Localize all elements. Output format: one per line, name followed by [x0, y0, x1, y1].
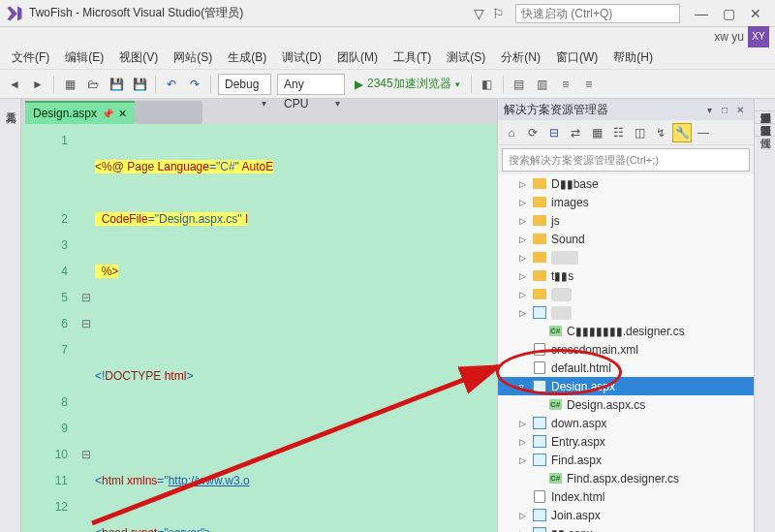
new-icon[interactable]: ▦ — [59, 74, 80, 95]
wrench-icon[interactable]: 🔧 — [672, 123, 692, 142]
nest-icon[interactable]: ↯ — [651, 123, 670, 142]
sync-icon[interactable]: ⇄ — [566, 123, 585, 142]
save-icon[interactable]: 💾 — [106, 74, 127, 95]
tree-item[interactable]: C#C▮▮▮▮▮▮▮.designer.cs — [498, 322, 754, 340]
tab-other[interactable]: ▮▮▮▮ — [135, 101, 202, 124]
tree-item[interactable]: ▷Find.aspx — [498, 451, 754, 469]
open-icon[interactable]: 🗁 — [82, 74, 104, 95]
tab-design-aspx[interactable]: Design.aspx 📌 ✕ — [25, 101, 135, 124]
solution-search-input[interactable]: 搜索解决方案资源管理器(Ctrl+;) — [502, 148, 750, 172]
menu-edit[interactable]: 编辑(E) — [57, 49, 111, 66]
expand-icon[interactable]: ▷ — [519, 455, 531, 465]
redo-icon[interactable]: ↷ — [184, 74, 205, 95]
tree-item[interactable]: ▷images — [498, 193, 754, 211]
home-icon[interactable]: ⌂ — [502, 123, 521, 142]
strip-solution-explorer[interactable]: 解决方案资源管理器 — [755, 99, 775, 111]
tree-item[interactable]: ▷▮▮▮ — [498, 303, 754, 322]
preview-icon[interactable]: ◫ — [630, 123, 649, 142]
menu-tools[interactable]: 工具(T) — [386, 49, 439, 66]
expand-icon[interactable]: ▷ — [519, 216, 531, 226]
show-all-icon[interactable]: ▦ — [587, 123, 606, 142]
run-button[interactable]: ▶2345加速浏览器▾ — [349, 74, 466, 95]
expand-icon[interactable]: ▷ — [519, 179, 531, 189]
tool-c-icon[interactable]: ▥ — [532, 74, 553, 95]
quick-launch-input[interactable] — [515, 4, 680, 23]
menu-team[interactable]: 团队(M) — [329, 49, 386, 66]
maximize-button[interactable]: ▢ — [715, 3, 742, 24]
tree-item[interactable]: ▷▮▮▮▮ — [498, 248, 754, 266]
solution-explorer-title[interactable]: 解决方案资源管理器 ▾ □ ✕ — [498, 99, 754, 120]
tree-item[interactable]: ▿Design.aspx — [498, 377, 754, 395]
notification-icon[interactable]: ▽ — [469, 6, 488, 21]
tool-d-icon[interactable]: ≡ — [555, 74, 576, 95]
tree-item[interactable]: ▷t▮▮s — [498, 266, 754, 285]
tree-item[interactable]: ▷down.aspx — [498, 414, 754, 432]
expand-icon[interactable]: ▷ — [519, 529, 531, 533]
toolbox-strip[interactable]: 工具箱 — [0, 99, 21, 532]
tool-b-icon[interactable]: ▤ — [509, 74, 530, 95]
fold-gutter[interactable]: ⊟⊟⊟ — [79, 124, 93, 532]
expand-icon[interactable]: ▷ — [519, 437, 531, 447]
expand-icon[interactable]: ▷ — [519, 253, 531, 263]
tree-item[interactable]: ▷▮▮▮ — [498, 285, 754, 303]
menu-debug[interactable]: 调试(D) — [274, 49, 329, 66]
tree-item[interactable]: ▷Sound — [498, 230, 754, 248]
expand-icon[interactable]: ▷ — [519, 198, 531, 207]
solution-tree[interactable]: ▷D▮▮base▷images▷js▷Sound▷▮▮▮▮▷t▮▮s▷▮▮▮▷▮… — [498, 174, 754, 532]
expand-icon[interactable]: ▷ — [519, 290, 531, 299]
minus-icon[interactable]: — — [694, 123, 713, 142]
tree-item-label: down.aspx — [551, 417, 606, 430]
undo-icon[interactable]: ↶ — [161, 74, 182, 95]
tree-item[interactable]: ▷▮▮.aspx — [498, 524, 754, 532]
expand-icon[interactable]: ▿ — [519, 382, 531, 391]
user-avatar[interactable]: XY — [748, 26, 769, 47]
collapse-icon[interactable]: ⊟ — [544, 123, 564, 142]
platform-dropdown[interactable]: Any CPU — [277, 74, 345, 95]
save-all-icon[interactable]: 💾 — [129, 74, 150, 95]
menu-website[interactable]: 网站(S) — [166, 49, 220, 66]
expand-icon[interactable]: ▷ — [519, 235, 531, 244]
expand-icon[interactable]: ▷ — [519, 419, 531, 428]
panel-title: 解决方案资源管理器 — [504, 102, 608, 118]
tab-close-icon[interactable]: ✕ — [118, 108, 127, 120]
panel-pin-icon[interactable]: □ — [717, 105, 732, 115]
menu-test[interactable]: 测试(S) — [439, 49, 493, 66]
menu-analyze[interactable]: 分析(N) — [493, 49, 548, 66]
tree-item[interactable]: ▷js — [498, 211, 754, 230]
tree-item[interactable]: crossdomain.xml — [498, 340, 754, 359]
tree-item[interactable]: ▷D▮▮base — [498, 174, 754, 193]
tool-a-icon[interactable]: ◧ — [477, 74, 498, 95]
refresh-icon[interactable]: ⟳ — [523, 123, 542, 142]
back-icon[interactable]: ◄ — [4, 74, 25, 95]
pin-icon[interactable]: 📌 — [102, 109, 113, 119]
menu-window[interactable]: 窗口(W) — [548, 49, 605, 66]
expand-icon[interactable]: ▷ — [519, 271, 531, 281]
tree-item-label: ▮▮.aspx — [551, 527, 593, 533]
code-content[interactable]: <%@ Page Language="C#" AutoE CodeFile="D… — [93, 124, 497, 532]
strip-properties[interactable]: 属性 — [755, 124, 775, 137]
expand-icon[interactable]: ▷ — [519, 308, 531, 318]
minimize-button[interactable]: — — [688, 3, 715, 24]
tree-item[interactable]: default.html — [498, 359, 754, 377]
menu-help[interactable]: 帮助(H) — [605, 49, 661, 66]
forward-icon[interactable]: ► — [27, 74, 48, 95]
panel-dropdown-icon[interactable]: ▾ — [701, 105, 717, 115]
user-name[interactable]: xw yu — [714, 30, 744, 44]
properties-icon[interactable]: ☷ — [608, 123, 628, 142]
flag-icon[interactable]: ⚐ — [488, 6, 508, 21]
tool-e-icon[interactable]: ≡ — [578, 74, 600, 95]
code-editor[interactable]: 123456789101112 ⊟⊟⊟ <%@ Page Language="C… — [21, 124, 497, 532]
menu-view[interactable]: 视图(V) — [111, 49, 166, 66]
tree-item[interactable]: ▷Join.aspx — [498, 506, 754, 524]
tree-item[interactable]: ▷Entry.aspx — [498, 432, 754, 451]
config-dropdown[interactable]: Debug — [218, 74, 271, 95]
tree-item[interactable]: Index.html — [498, 487, 754, 506]
expand-icon[interactable]: ▷ — [519, 511, 531, 520]
tree-item[interactable]: C#Find.aspx.designer.cs — [498, 469, 754, 487]
close-button[interactable]: ✕ — [742, 3, 769, 24]
strip-team-explorer[interactable]: 团队资源管理器 — [755, 111, 775, 124]
menu-build[interactable]: 生成(B) — [220, 49, 274, 66]
menu-file[interactable]: 文件(F) — [4, 49, 57, 66]
panel-close-icon[interactable]: ✕ — [732, 105, 748, 115]
tree-item[interactable]: C#Design.aspx.cs — [498, 395, 754, 414]
